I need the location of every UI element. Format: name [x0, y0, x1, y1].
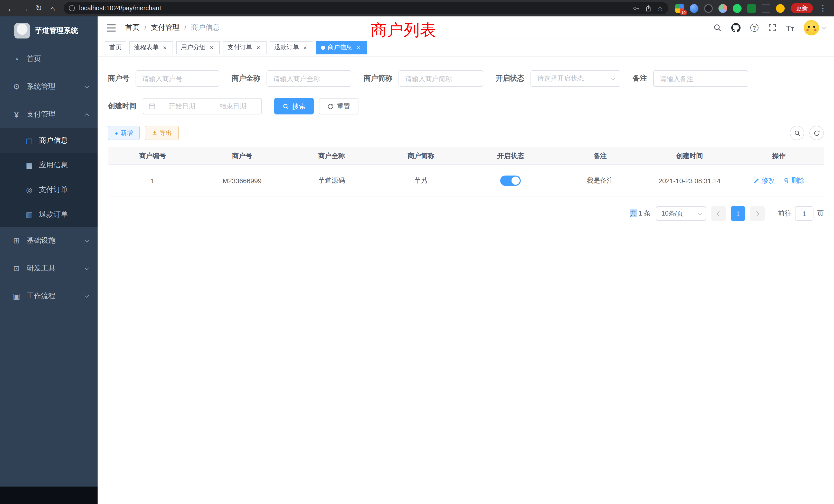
cell-full-name: 芋道源码 [287, 176, 376, 185]
extension-icon[interactable] [747, 4, 756, 13]
bookmark-star-icon[interactable]: ☆ [657, 4, 663, 12]
close-icon[interactable]: × [355, 44, 362, 51]
sidebar-item-pay-order[interactable]: ◎ 支付订单 [0, 178, 97, 202]
sidebar-item-system[interactable]: ⚙ 系统管理 [0, 73, 97, 100]
extension-icon[interactable] [733, 4, 742, 13]
tags-view: 首页 流程表单 × 用户分组 × 支付订单 × 退款订单 × [97, 39, 834, 56]
reset-button[interactable]: 重置 [319, 98, 358, 114]
chevron-down-icon [85, 84, 89, 88]
browser-menu-icon[interactable]: ⋮ [816, 1, 830, 15]
search-icon [794, 130, 800, 136]
filter-short-name: 商户简称 [364, 70, 483, 87]
cell-create-time: 2021-10-23 08:31:14 [645, 177, 734, 184]
navbar-actions: ? TT [713, 20, 826, 36]
trash-icon [783, 178, 789, 184]
refresh-button[interactable] [809, 126, 824, 140]
extension-icon[interactable] [690, 4, 698, 13]
extension-icon[interactable] [719, 4, 727, 13]
goto-page-input[interactable] [795, 206, 813, 221]
tag-process-form[interactable]: 流程表单 × [129, 41, 173, 54]
tag-user-group[interactable]: 用户分组 × [176, 41, 220, 54]
add-button[interactable]: + 新增 [108, 126, 139, 140]
share-icon[interactable] [645, 5, 652, 12]
delete-link[interactable]: 删除 [783, 176, 805, 185]
edit-link[interactable]: 修改 [753, 176, 775, 185]
chevron-down-icon [698, 211, 702, 215]
help-icon[interactable]: ? [750, 24, 758, 32]
sidebar-item-infrastructure[interactable]: ⊞ 基础设施 [0, 227, 97, 255]
yen-icon: ¥ [10, 110, 23, 119]
dashboard-icon: ◔ [10, 55, 23, 63]
sidebar-item-workflow[interactable]: ▣ 工作流程 [0, 282, 97, 310]
home-button[interactable]: ⌂ [46, 1, 60, 15]
user-avatar-menu[interactable] [804, 20, 826, 36]
sidebar-item-merchant-info[interactable]: ▤ 商户信息 [0, 128, 97, 153]
github-icon[interactable] [731, 23, 740, 32]
site-info-icon[interactable]: ⓘ [69, 4, 75, 13]
screen: ← → ↻ ⌂ ⓘ localhost:1024/pay/merchant ☆ … [0, 0, 834, 504]
back-button[interactable]: ← [4, 1, 18, 15]
top-navbar: 首页 / 支付管理 / 商户信息 ? [97, 17, 834, 39]
tag-pay-order[interactable]: 支付订单 × [223, 41, 266, 54]
chevron-down-icon [85, 266, 89, 270]
close-icon[interactable]: × [255, 44, 262, 51]
page-size-select[interactable]: 10条/页 [656, 206, 706, 221]
search-icon[interactable] [713, 24, 721, 32]
password-key-icon[interactable] [633, 5, 640, 12]
sidebar-item-home[interactable]: ◔ 首页 [0, 45, 97, 73]
status-toggle[interactable] [500, 176, 521, 186]
monitor-icon: ⊞ [10, 236, 23, 245]
extension-icon[interactable] [704, 4, 713, 13]
sidebar-item-devtools[interactable]: ⊡ 研发工具 [0, 255, 97, 282]
chevron-down-icon [85, 238, 89, 242]
close-icon[interactable]: × [161, 44, 169, 51]
remark-input[interactable] [653, 70, 748, 87]
extension-icon[interactable] [776, 4, 785, 13]
cell-id: 1 [108, 177, 197, 184]
download-icon [151, 130, 157, 136]
cell-merchant-no: M233666999 [197, 177, 287, 184]
app-title: 芋道管理系统 [35, 26, 78, 36]
plus-icon: + [114, 130, 118, 136]
calendar-icon [148, 102, 156, 110]
app-logo[interactable]: 芋道管理系统 [0, 17, 97, 45]
next-page-button[interactable] [750, 206, 765, 221]
status-select[interactable]: 请选择开启状态 [530, 70, 620, 87]
toggle-search-button[interactable] [790, 126, 804, 140]
close-icon[interactable]: × [302, 44, 309, 51]
page-number-button[interactable]: 1 [731, 206, 745, 221]
sidebar-item-payment[interactable]: ¥ 支付管理 [0, 100, 97, 128]
close-icon[interactable]: × [208, 44, 215, 51]
sidebar-item-refund-order[interactable]: ▥ 退款订单 [0, 202, 97, 227]
short-name-input[interactable] [398, 70, 483, 87]
fullscreen-icon[interactable] [768, 24, 776, 32]
browser-update-button[interactable]: 更新 [791, 3, 813, 13]
hamburger-icon[interactable] [106, 22, 117, 33]
forward-button[interactable]: → [18, 1, 32, 15]
breadcrumb-home[interactable]: 首页 [125, 23, 140, 32]
create-time-range-picker[interactable]: 开始日期 - 结束日期 [143, 98, 262, 114]
url-bar[interactable]: ⓘ localhost:1024/pay/merchant ☆ [64, 2, 668, 14]
briefcase-icon: ▣ [10, 292, 23, 301]
breadcrumb-separator: / [184, 24, 186, 32]
logo-rabbit-avatar [14, 23, 30, 39]
cell-short-name: 芋艿 [376, 176, 466, 185]
table-row: 1 M233666999 芋道源码 芋艿 我是备注 2021-10-23 08:… [108, 165, 824, 197]
breadcrumb-current: 商户信息 [191, 23, 220, 32]
tag-refund-order[interactable]: 退款订单 × [270, 41, 313, 54]
sidebar-item-app-info[interactable]: ▦ 应用信息 [0, 153, 97, 178]
pagination: 共 1 条 10条/页 1 前往 页 [108, 206, 824, 221]
export-button[interactable]: 导出 [145, 126, 178, 140]
full-name-input[interactable] [266, 70, 351, 87]
prev-page-button[interactable] [711, 206, 726, 221]
tag-home[interactable]: 首页 [105, 41, 126, 54]
search-button[interactable]: 搜索 [274, 98, 314, 114]
tag-merchant-info[interactable]: 商户信息 × [316, 41, 367, 54]
cell-actions: 修改 删除 [734, 176, 824, 185]
font-size-icon[interactable]: TT [786, 24, 794, 31]
merchant-no-input[interactable] [136, 70, 219, 87]
reload-button[interactable]: ↻ [32, 1, 46, 15]
breadcrumb-payment[interactable]: 支付管理 [151, 23, 180, 32]
extension-icon[interactable]: 10 [675, 4, 684, 13]
extension-icon[interactable] [762, 4, 770, 13]
